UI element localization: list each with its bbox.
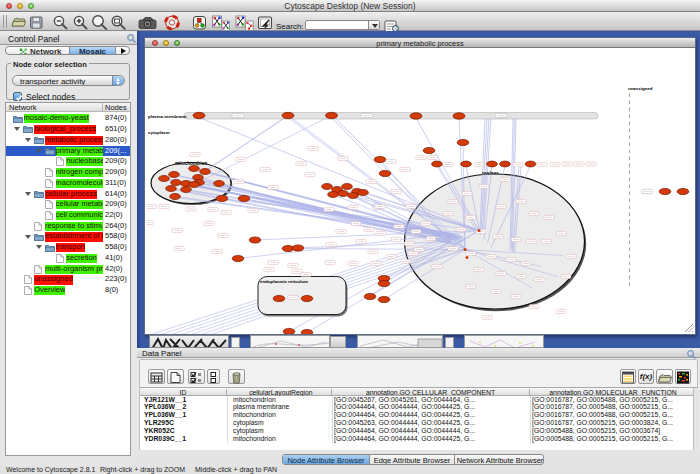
svg-text:plasma membrane: plasma membrane [148, 114, 187, 119]
svg-text:cytoplasm: cytoplasm [148, 130, 170, 135]
svg-text:nucleus: nucleus [482, 170, 499, 175]
svg-text:mitochondrion: mitochondrion [175, 161, 207, 166]
svg-text:endoplasmic reticulum: endoplasmic reticulum [260, 279, 308, 284]
svg-text:unassigned: unassigned [628, 86, 653, 91]
